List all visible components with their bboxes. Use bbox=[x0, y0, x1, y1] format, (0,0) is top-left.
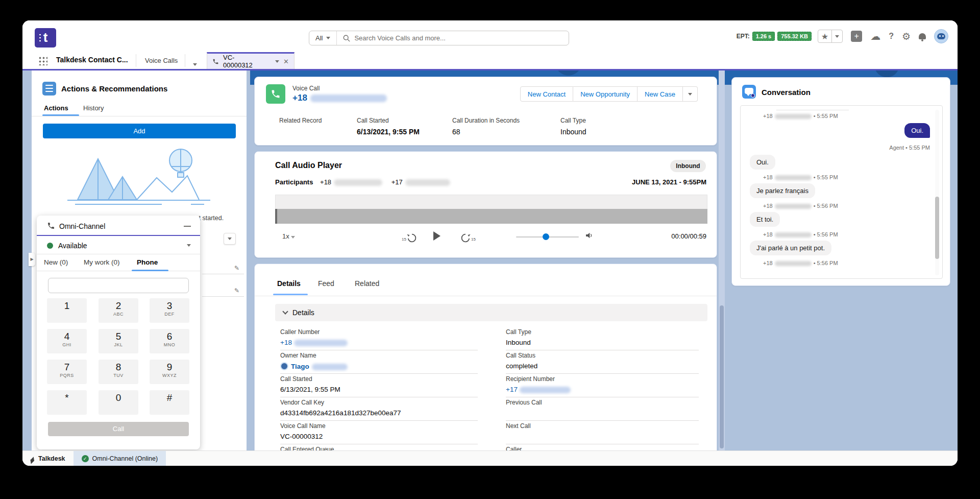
playback-speed-dropdown[interactable]: 1x bbox=[282, 232, 295, 240]
field-value: 68 bbox=[452, 128, 520, 136]
trailhead-cloud-icon[interactable]: ☁ bbox=[870, 30, 880, 42]
edit-pencil-icon[interactable]: ✎ bbox=[234, 287, 239, 294]
audio-waveform-track[interactable] bbox=[275, 195, 707, 209]
divider bbox=[776, 110, 849, 110]
keypad-2[interactable]: 2ABC bbox=[99, 298, 138, 323]
masked-number bbox=[775, 261, 812, 266]
background-dropdown-button[interactable] bbox=[224, 233, 236, 245]
tab-my-work[interactable]: My work (0) bbox=[84, 258, 120, 266]
global-actions-button[interactable]: + bbox=[851, 31, 862, 42]
tab-details[interactable]: Details bbox=[277, 279, 301, 288]
keypad-star[interactable]: * bbox=[47, 390, 87, 415]
field-label: Caller Number bbox=[280, 328, 478, 336]
field-underline bbox=[202, 296, 244, 297]
keypad-7[interactable]: 7PQRS bbox=[47, 360, 87, 384]
tab-phone[interactable]: Phone bbox=[137, 258, 158, 266]
phone-number-input[interactable] bbox=[48, 278, 189, 293]
agent-message-bubble: Oui. bbox=[904, 123, 930, 138]
field-value[interactable]: +18 bbox=[280, 339, 478, 347]
keypad-hash[interactable]: # bbox=[150, 390, 189, 415]
chevron-down-icon[interactable] bbox=[275, 60, 279, 63]
field-call-type: Call Type Inbound bbox=[506, 328, 699, 350]
sidebar-expand-arrow[interactable]: ▶ bbox=[29, 253, 35, 266]
field-caller: Caller bbox=[506, 446, 699, 450]
field-label: Related Record bbox=[279, 117, 322, 124]
keypad-1[interactable]: 1 bbox=[47, 298, 87, 323]
setup-gear-icon[interactable]: ⚙ bbox=[902, 31, 911, 42]
customer-message-bubble: Et toi. bbox=[750, 212, 780, 227]
search-input[interactable]: Search Voice Calls and more... bbox=[354, 34, 445, 42]
header-right-cluster: EPT: 1.26 s 755.32 KB ★ + ☁ ? ⚙ bbox=[737, 20, 958, 52]
volume-slider-handle[interactable] bbox=[543, 233, 549, 240]
audio-progress-track[interactable] bbox=[275, 209, 707, 224]
tab-new[interactable]: New (0) bbox=[44, 258, 68, 266]
notifications-bell-icon[interactable] bbox=[919, 33, 926, 39]
keypad-4[interactable]: 4GHI bbox=[47, 329, 87, 353]
divider bbox=[185, 54, 185, 67]
masked-number bbox=[294, 340, 348, 346]
keypad-8[interactable]: 8TUV bbox=[99, 360, 138, 384]
field-label: Call Status bbox=[506, 352, 699, 359]
app-launcher-icon[interactable] bbox=[38, 56, 47, 65]
tab-feed[interactable]: Feed bbox=[318, 279, 334, 288]
playhead-marker[interactable] bbox=[275, 209, 277, 224]
presence-status-dropdown[interactable]: Available bbox=[37, 237, 200, 254]
tab-dropdown-chevron[interactable] bbox=[193, 59, 197, 68]
new-opportunity-button[interactable]: New Opportunity bbox=[573, 86, 638, 102]
field-label: Call Started bbox=[357, 117, 420, 124]
search-scope-dropdown[interactable]: All bbox=[309, 31, 337, 45]
add-button[interactable]: Add bbox=[43, 124, 236, 138]
talkdesk-logo[interactable]: t bbox=[35, 28, 56, 47]
search-icon bbox=[343, 35, 350, 42]
keypad-6[interactable]: 6MNO bbox=[150, 329, 189, 353]
skip-forward-15-button[interactable]: 15 bbox=[460, 232, 476, 244]
app-name[interactable]: Talkdesk Contact C... bbox=[56, 56, 128, 64]
global-search[interactable]: All Search Voice Calls and more... bbox=[309, 31, 569, 45]
close-tab-icon[interactable]: ✕ bbox=[283, 58, 289, 65]
tab-history[interactable]: History bbox=[83, 104, 104, 112]
conversation-scrollbar-thumb[interactable] bbox=[935, 197, 939, 259]
minimize-button[interactable] bbox=[184, 226, 191, 227]
field-value[interactable]: +17 bbox=[506, 386, 699, 394]
help-button[interactable]: ? bbox=[889, 32, 894, 41]
utility-talkdesk[interactable]: Talkdesk bbox=[22, 451, 74, 466]
record-highlights-card: Voice Call +18 New Contact New Opportuni… bbox=[254, 77, 717, 146]
participant-1: +18 bbox=[320, 178, 331, 186]
tab-actions[interactable]: Actions bbox=[44, 104, 68, 112]
utility-bar: Talkdesk ✓Omni-Channel (Online) bbox=[22, 450, 958, 466]
more-actions-dropdown[interactable] bbox=[683, 86, 698, 102]
new-case-button[interactable]: New Case bbox=[638, 86, 683, 102]
details-section-header[interactable]: Details bbox=[275, 304, 707, 321]
tab-voice-calls[interactable]: Voice Calls bbox=[145, 57, 178, 64]
omni-channel-icon bbox=[47, 222, 55, 230]
user-avatar[interactable] bbox=[934, 29, 948, 43]
keypad-0[interactable]: 0 bbox=[99, 390, 138, 415]
keypad-5[interactable]: 5JKL bbox=[99, 329, 138, 353]
phone-icon bbox=[212, 58, 219, 65]
new-contact-button[interactable]: New Contact bbox=[520, 86, 573, 102]
tab-record-vc-00000312[interactable]: VC-00000312 ✕ bbox=[207, 52, 295, 69]
center-scrollbar-thumb[interactable] bbox=[720, 305, 724, 448]
skip-back-15-button[interactable]: 15 bbox=[402, 232, 418, 244]
field-label: Call Duration in Seconds bbox=[452, 117, 520, 124]
edit-pencil-icon[interactable]: ✎ bbox=[234, 265, 239, 272]
play-button[interactable] bbox=[433, 231, 440, 241]
favorites-button-group[interactable]: ★ bbox=[818, 30, 843, 43]
keypad-9[interactable]: 9WXYZ bbox=[150, 360, 189, 384]
keypad-3[interactable]: 3DEF bbox=[150, 298, 189, 323]
favorite-star-icon[interactable]: ★ bbox=[818, 30, 831, 42]
tab-record-label: VC-00000312 bbox=[223, 54, 264, 69]
speaker-icon[interactable] bbox=[585, 231, 593, 241]
field-value[interactable]: Tiago bbox=[280, 362, 478, 370]
field-owner-name: Owner Name Tiago bbox=[280, 352, 478, 374]
call-button[interactable]: Call bbox=[48, 422, 189, 436]
omni-channel-header[interactable]: Omni-Channel bbox=[37, 216, 200, 236]
active-tab-underline bbox=[132, 270, 168, 271]
masked-number bbox=[520, 387, 571, 393]
field-label: Call Type bbox=[506, 328, 699, 336]
utility-omni-channel[interactable]: ✓Omni-Channel (Online) bbox=[74, 451, 166, 466]
favorites-dropdown[interactable] bbox=[831, 30, 842, 42]
tab-related[interactable]: Related bbox=[355, 279, 379, 288]
highlight-field-call-type: Call Type Inbound bbox=[560, 117, 586, 136]
ept-time-badge: 1.26 s bbox=[752, 32, 775, 41]
